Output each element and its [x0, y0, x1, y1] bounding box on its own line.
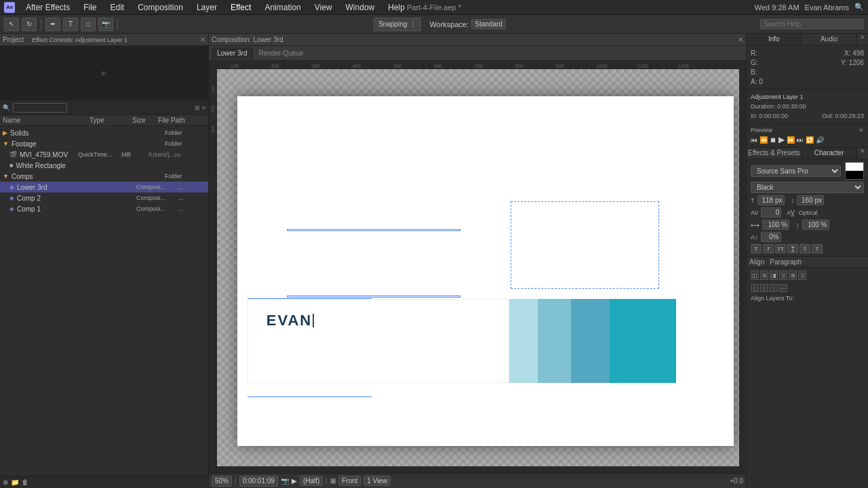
preview-close[interactable]: ✕: [859, 127, 864, 134]
font-style-select[interactable]: Black: [751, 182, 864, 193]
style-italic-btn[interactable]: T: [763, 244, 774, 253]
align-top-btn[interactable]: ⍐: [779, 270, 787, 280]
menu-edit[interactable]: Edit: [107, 1, 127, 14]
align-right-btn[interactable]: ◨: [770, 270, 778, 280]
fill-color[interactable]: [846, 163, 863, 171]
menu-layer[interactable]: Layer: [194, 1, 220, 14]
zoom-display[interactable]: 50%: [212, 476, 232, 487]
align-center-btn[interactable]: ⊟: [760, 270, 768, 280]
style-allcaps-btn[interactable]: TT: [775, 244, 786, 253]
menu-aftereffects[interactable]: After Effects: [23, 1, 73, 14]
left-panel: Project Effect Controls: Adjustment Laye…: [0, 34, 209, 488]
panel-close-btn[interactable]: ✕: [200, 36, 205, 43]
baseline-input[interactable]: 0%: [761, 232, 781, 242]
tool-selection[interactable]: ↖: [4, 18, 19, 31]
delete-btn[interactable]: 🗑: [22, 479, 28, 486]
separator: [41, 19, 41, 30]
prev-frame-btn[interactable]: ⏪: [760, 136, 768, 144]
horizontal-scrollbar[interactable]: [217, 466, 739, 473]
align-left-btn[interactable]: ◫: [751, 270, 759, 280]
audio-btn[interactable]: 🔊: [816, 136, 824, 144]
play-btn-preview[interactable]: ▶: [778, 135, 785, 144]
char-close-btn[interactable]: ✕: [857, 148, 868, 159]
guide-line: [287, 229, 460, 231]
render-queue-btn[interactable]: Render-Queue: [258, 49, 303, 57]
item-comps[interactable]: ▼ Comps Folder: [0, 171, 208, 182]
dist-right-btn[interactable]: ⋮: [770, 284, 778, 292]
dist-center-btn[interactable]: ⋮: [760, 284, 768, 292]
comp-icon: ◈: [9, 205, 14, 212]
style-sub-btn[interactable]: T: [812, 244, 823, 253]
tab-info[interactable]: Info: [747, 34, 802, 45]
search-help-input[interactable]: [760, 19, 864, 29]
item-comp2[interactable]: ◈ Comp 2 Composi... ...: [0, 192, 208, 203]
tab-audio[interactable]: Audio: [802, 34, 858, 45]
loop-btn[interactable]: 🔁: [806, 136, 814, 144]
align-relative-label: Align Layers To:: [751, 295, 794, 302]
align-label: Align: [749, 258, 764, 266]
timecode-display[interactable]: 0:00:01:09: [239, 476, 278, 487]
info-inpoint: In: 0:00:00:00 Out: 0:00:29:23: [751, 111, 864, 121]
stroke-color[interactable]: [846, 171, 863, 179]
camera-icon[interactable]: 📷: [281, 477, 289, 485]
hscale-input[interactable]: 100 %: [762, 220, 789, 230]
tab-character[interactable]: Character: [802, 148, 858, 159]
folder-btn[interactable]: 📁: [11, 479, 19, 486]
skip-end-btn[interactable]: ⏭: [797, 136, 804, 144]
menu-file[interactable]: File: [81, 1, 99, 14]
selection-box: [511, 201, 660, 289]
vscale-input[interactable]: 100 %: [802, 220, 829, 230]
color-swatches[interactable]: [845, 162, 864, 180]
add-item-btn[interactable]: ⊕: [3, 479, 8, 486]
stop-btn[interactable]: ⏹: [770, 136, 776, 144]
tool-shape[interactable]: □: [81, 18, 96, 31]
style-bold-btn[interactable]: T: [751, 244, 762, 253]
menu-help[interactable]: Help: [385, 1, 408, 14]
kerning-input[interactable]: 0: [761, 207, 781, 218]
menu-animation[interactable]: Animation: [262, 1, 303, 14]
view-count-dropdown[interactable]: 1 View: [363, 476, 391, 486]
info-close[interactable]: ✕: [857, 34, 868, 45]
menu-window[interactable]: Window: [343, 1, 378, 14]
leading-input[interactable]: 160 px: [797, 195, 824, 205]
font-family-select[interactable]: Source Sans Pro: [751, 165, 841, 177]
align-vcenter-btn[interactable]: ⊞: [789, 270, 797, 280]
dist-top-btn[interactable]: ⋯: [779, 284, 787, 292]
item-comp1[interactable]: ◈ Comp 1 Composi... ...: [0, 203, 208, 214]
comp-close-btn[interactable]: ✕: [738, 36, 743, 43]
menu-composition[interactable]: Composition: [135, 1, 186, 14]
item-mvi[interactable]: 🎬 MVI_4759.MOV QuickTime... .MB /Users/j…: [0, 149, 208, 160]
snapping-button[interactable]: Snapping ⋮: [374, 18, 421, 31]
skip-start-btn[interactable]: ⏮: [751, 136, 757, 144]
item-lower3rd[interactable]: ◈ Lower 3rd Composi... ...: [0, 182, 208, 192]
quality-dropdown[interactable]: (Half): [300, 476, 323, 486]
item-footage[interactable]: ▼ Footage Folder: [0, 138, 208, 149]
tool-text[interactable]: T: [63, 18, 78, 31]
search-icon[interactable]: 🔍: [854, 3, 864, 12]
style-sup-btn[interactable]: T: [800, 244, 810, 253]
workspace-dropdown[interactable]: Standard: [471, 19, 506, 29]
dist-left-btn[interactable]: ⋮: [751, 284, 759, 292]
tool-rotation[interactable]: ↻: [22, 18, 37, 31]
project-search-input[interactable]: [13, 103, 67, 113]
style-buttons-row: T T TT T̲ T T: [751, 244, 864, 253]
project-controls: ⊞ ≡: [195, 104, 205, 111]
menu-effect[interactable]: Effect: [228, 1, 254, 14]
tool-pen[interactable]: ✒: [45, 18, 60, 31]
thumbnail-placeholder: ▶: [102, 69, 107, 77]
vertical-scrollbar[interactable]: [739, 69, 746, 473]
kerning-icon: AV: [751, 209, 758, 216]
tool-camera[interactable]: 📷: [98, 18, 113, 31]
grid-icon[interactable]: ⊞: [330, 477, 336, 485]
tab-effects-presets[interactable]: Effects & Presets: [747, 148, 802, 159]
item-solids[interactable]: ▶ Solids Folder: [0, 127, 208, 138]
next-frame-btn[interactable]: ⏩: [787, 136, 795, 144]
play-btn[interactable]: ▶: [292, 477, 297, 485]
comp-tab-lower3rd[interactable]: Lower 3rd: [212, 47, 253, 60]
menu-view[interactable]: View: [312, 1, 335, 14]
font-size-input[interactable]: 118 px: [757, 195, 785, 205]
item-white-rect[interactable]: ■ White Rectangle: [0, 160, 208, 171]
view-dropdown[interactable]: Front: [338, 476, 361, 486]
align-bottom-btn[interactable]: ⍗: [798, 270, 806, 280]
style-smallcaps-btn[interactable]: T̲: [787, 244, 798, 253]
